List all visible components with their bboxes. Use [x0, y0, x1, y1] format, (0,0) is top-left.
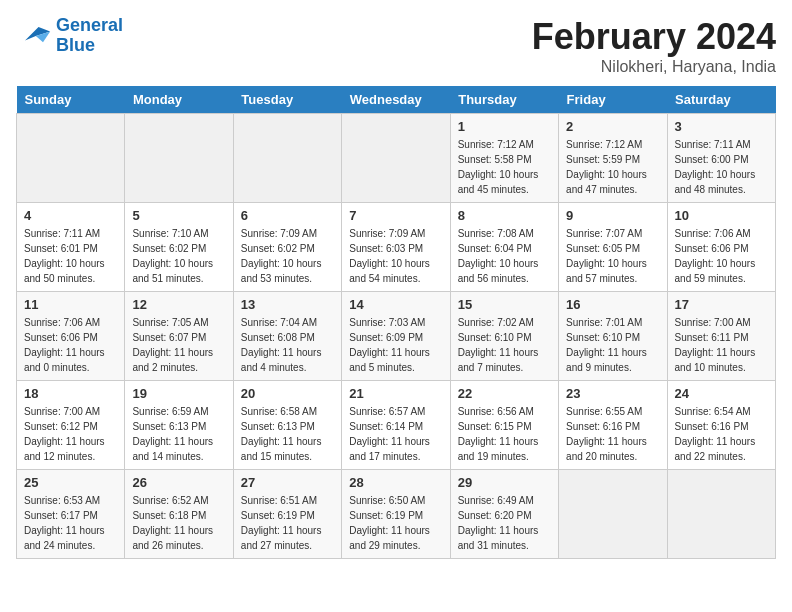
calendar-cell: 4Sunrise: 7:11 AM Sunset: 6:01 PM Daylig…: [17, 203, 125, 292]
day-number: 22: [458, 386, 551, 401]
day-number: 1: [458, 119, 551, 134]
day-number: 20: [241, 386, 334, 401]
day-number: 24: [675, 386, 768, 401]
calendar-cell: 6Sunrise: 7:09 AM Sunset: 6:02 PM Daylig…: [233, 203, 341, 292]
weekday-header-tuesday: Tuesday: [233, 86, 341, 114]
day-info: Sunrise: 7:09 AM Sunset: 6:03 PM Dayligh…: [349, 226, 442, 286]
calendar-cell: [17, 114, 125, 203]
page-header: General Blue February 2024 Nilokheri, Ha…: [16, 16, 776, 76]
calendar-cell: [667, 470, 775, 559]
day-info: Sunrise: 6:50 AM Sunset: 6:19 PM Dayligh…: [349, 493, 442, 553]
day-number: 19: [132, 386, 225, 401]
calendar-cell: 1Sunrise: 7:12 AM Sunset: 5:58 PM Daylig…: [450, 114, 558, 203]
day-number: 7: [349, 208, 442, 223]
calendar-cell: 29Sunrise: 6:49 AM Sunset: 6:20 PM Dayli…: [450, 470, 558, 559]
logo-icon: [16, 22, 52, 50]
day-info: Sunrise: 7:04 AM Sunset: 6:08 PM Dayligh…: [241, 315, 334, 375]
day-info: Sunrise: 7:00 AM Sunset: 6:11 PM Dayligh…: [675, 315, 768, 375]
day-info: Sunrise: 6:51 AM Sunset: 6:19 PM Dayligh…: [241, 493, 334, 553]
calendar-week-4: 18Sunrise: 7:00 AM Sunset: 6:12 PM Dayli…: [17, 381, 776, 470]
calendar-cell: 19Sunrise: 6:59 AM Sunset: 6:13 PM Dayli…: [125, 381, 233, 470]
day-number: 8: [458, 208, 551, 223]
calendar-week-2: 4Sunrise: 7:11 AM Sunset: 6:01 PM Daylig…: [17, 203, 776, 292]
calendar-cell: 11Sunrise: 7:06 AM Sunset: 6:06 PM Dayli…: [17, 292, 125, 381]
calendar-cell: 26Sunrise: 6:52 AM Sunset: 6:18 PM Dayli…: [125, 470, 233, 559]
day-info: Sunrise: 6:58 AM Sunset: 6:13 PM Dayligh…: [241, 404, 334, 464]
calendar-cell: 10Sunrise: 7:06 AM Sunset: 6:06 PM Dayli…: [667, 203, 775, 292]
day-number: 15: [458, 297, 551, 312]
calendar-cell: [125, 114, 233, 203]
day-info: Sunrise: 7:12 AM Sunset: 5:58 PM Dayligh…: [458, 137, 551, 197]
calendar-cell: 13Sunrise: 7:04 AM Sunset: 6:08 PM Dayli…: [233, 292, 341, 381]
weekday-header-friday: Friday: [559, 86, 667, 114]
calendar-week-1: 1Sunrise: 7:12 AM Sunset: 5:58 PM Daylig…: [17, 114, 776, 203]
calendar-cell: 22Sunrise: 6:56 AM Sunset: 6:15 PM Dayli…: [450, 381, 558, 470]
day-info: Sunrise: 7:00 AM Sunset: 6:12 PM Dayligh…: [24, 404, 117, 464]
calendar-week-3: 11Sunrise: 7:06 AM Sunset: 6:06 PM Dayli…: [17, 292, 776, 381]
day-number: 10: [675, 208, 768, 223]
day-info: Sunrise: 6:52 AM Sunset: 6:18 PM Dayligh…: [132, 493, 225, 553]
logo-text: General Blue: [56, 16, 123, 56]
weekday-header-monday: Monday: [125, 86, 233, 114]
calendar-cell: [233, 114, 341, 203]
day-info: Sunrise: 7:11 AM Sunset: 6:00 PM Dayligh…: [675, 137, 768, 197]
calendar-cell: 24Sunrise: 6:54 AM Sunset: 6:16 PM Dayli…: [667, 381, 775, 470]
day-info: Sunrise: 6:54 AM Sunset: 6:16 PM Dayligh…: [675, 404, 768, 464]
logo: General Blue: [16, 16, 123, 56]
day-number: 23: [566, 386, 659, 401]
day-number: 3: [675, 119, 768, 134]
calendar-cell: 15Sunrise: 7:02 AM Sunset: 6:10 PM Dayli…: [450, 292, 558, 381]
day-info: Sunrise: 7:06 AM Sunset: 6:06 PM Dayligh…: [675, 226, 768, 286]
calendar-cell: 5Sunrise: 7:10 AM Sunset: 6:02 PM Daylig…: [125, 203, 233, 292]
day-info: Sunrise: 7:03 AM Sunset: 6:09 PM Dayligh…: [349, 315, 442, 375]
calendar-cell: 20Sunrise: 6:58 AM Sunset: 6:13 PM Dayli…: [233, 381, 341, 470]
calendar-cell: 9Sunrise: 7:07 AM Sunset: 6:05 PM Daylig…: [559, 203, 667, 292]
calendar-cell: 23Sunrise: 6:55 AM Sunset: 6:16 PM Dayli…: [559, 381, 667, 470]
calendar-table: SundayMondayTuesdayWednesdayThursdayFrid…: [16, 86, 776, 559]
title-section: February 2024 Nilokheri, Haryana, India: [532, 16, 776, 76]
calendar-cell: 28Sunrise: 6:50 AM Sunset: 6:19 PM Dayli…: [342, 470, 450, 559]
day-info: Sunrise: 7:11 AM Sunset: 6:01 PM Dayligh…: [24, 226, 117, 286]
calendar-cell: 17Sunrise: 7:00 AM Sunset: 6:11 PM Dayli…: [667, 292, 775, 381]
day-number: 27: [241, 475, 334, 490]
day-info: Sunrise: 7:10 AM Sunset: 6:02 PM Dayligh…: [132, 226, 225, 286]
calendar-cell: 14Sunrise: 7:03 AM Sunset: 6:09 PM Dayli…: [342, 292, 450, 381]
day-number: 14: [349, 297, 442, 312]
day-info: Sunrise: 6:49 AM Sunset: 6:20 PM Dayligh…: [458, 493, 551, 553]
weekday-header-sunday: Sunday: [17, 86, 125, 114]
calendar-cell: [559, 470, 667, 559]
day-number: 28: [349, 475, 442, 490]
weekday-header-wednesday: Wednesday: [342, 86, 450, 114]
day-number: 11: [24, 297, 117, 312]
calendar-cell: 12Sunrise: 7:05 AM Sunset: 6:07 PM Dayli…: [125, 292, 233, 381]
calendar-week-5: 25Sunrise: 6:53 AM Sunset: 6:17 PM Dayli…: [17, 470, 776, 559]
day-info: Sunrise: 7:05 AM Sunset: 6:07 PM Dayligh…: [132, 315, 225, 375]
day-number: 2: [566, 119, 659, 134]
weekday-header-saturday: Saturday: [667, 86, 775, 114]
day-info: Sunrise: 7:09 AM Sunset: 6:02 PM Dayligh…: [241, 226, 334, 286]
page-subtitle: Nilokheri, Haryana, India: [532, 58, 776, 76]
day-number: 16: [566, 297, 659, 312]
weekday-header-thursday: Thursday: [450, 86, 558, 114]
day-number: 18: [24, 386, 117, 401]
day-info: Sunrise: 6:57 AM Sunset: 6:14 PM Dayligh…: [349, 404, 442, 464]
day-number: 4: [24, 208, 117, 223]
day-number: 9: [566, 208, 659, 223]
day-info: Sunrise: 7:08 AM Sunset: 6:04 PM Dayligh…: [458, 226, 551, 286]
day-number: 5: [132, 208, 225, 223]
calendar-cell: 18Sunrise: 7:00 AM Sunset: 6:12 PM Dayli…: [17, 381, 125, 470]
day-number: 21: [349, 386, 442, 401]
calendar-cell: 27Sunrise: 6:51 AM Sunset: 6:19 PM Dayli…: [233, 470, 341, 559]
calendar-cell: 3Sunrise: 7:11 AM Sunset: 6:00 PM Daylig…: [667, 114, 775, 203]
calendar-cell: 16Sunrise: 7:01 AM Sunset: 6:10 PM Dayli…: [559, 292, 667, 381]
day-number: 29: [458, 475, 551, 490]
day-info: Sunrise: 7:01 AM Sunset: 6:10 PM Dayligh…: [566, 315, 659, 375]
calendar-cell: 7Sunrise: 7:09 AM Sunset: 6:03 PM Daylig…: [342, 203, 450, 292]
day-info: Sunrise: 6:59 AM Sunset: 6:13 PM Dayligh…: [132, 404, 225, 464]
day-number: 13: [241, 297, 334, 312]
calendar-cell: 2Sunrise: 7:12 AM Sunset: 5:59 PM Daylig…: [559, 114, 667, 203]
day-info: Sunrise: 6:53 AM Sunset: 6:17 PM Dayligh…: [24, 493, 117, 553]
day-number: 25: [24, 475, 117, 490]
day-info: Sunrise: 7:12 AM Sunset: 5:59 PM Dayligh…: [566, 137, 659, 197]
day-number: 12: [132, 297, 225, 312]
